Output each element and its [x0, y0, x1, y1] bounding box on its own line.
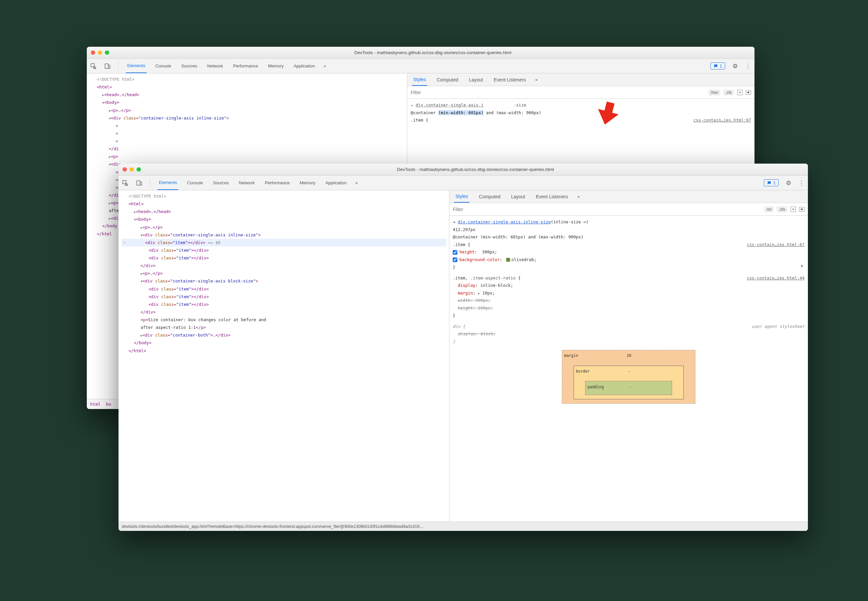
- head-tag[interactable]: <head>: [104, 92, 119, 97]
- subtab-event-listeners[interactable]: Event Listeners: [492, 73, 527, 86]
- rule-close: }: [453, 264, 455, 271]
- subtab-styles[interactable]: Styles: [454, 190, 469, 203]
- tab-elements[interactable]: Elements: [126, 59, 146, 73]
- tab-memory[interactable]: Memory: [298, 175, 317, 190]
- cls-button[interactable]: .cls: [723, 90, 734, 96]
- subtab-layout[interactable]: Layout: [510, 190, 527, 203]
- hov-button[interactable]: :hov: [708, 90, 720, 96]
- p-tag[interactable]: <p>: [143, 225, 150, 230]
- gear-icon[interactable]: ⚙: [786, 179, 791, 187]
- head-tag[interactable]: <head>: [136, 209, 151, 214]
- box-model[interactable]: margin10 border- padding-: [453, 345, 804, 404]
- add-prop-icon[interactable]: +: [799, 264, 804, 269]
- new-rule-icon[interactable]: +: [790, 207, 796, 212]
- issues-count: 1: [773, 180, 775, 185]
- body-tag[interactable]: <body>: [104, 100, 119, 105]
- container-query: @container (min-width: 601px) and (max-w…: [453, 233, 804, 241]
- prop-height-2[interactable]: height: 200px;: [453, 305, 804, 312]
- inspect-icon[interactable]: [90, 63, 97, 69]
- tab-application[interactable]: Application: [324, 175, 348, 190]
- revert-icon[interactable]: [799, 207, 804, 212]
- device-icon[interactable]: [104, 63, 111, 69]
- revert-icon[interactable]: [746, 90, 751, 95]
- kebab-icon[interactable]: ⋮: [799, 179, 804, 187]
- gear-icon[interactable]: ⚙: [732, 63, 738, 70]
- window-title: DevTools - mathiasbynens.github.io/css-d…: [147, 167, 804, 172]
- prop-height[interactable]: height: 300px;: [453, 249, 804, 256]
- titlebar[interactable]: DevTools - mathiasbynens.github.io/css-d…: [119, 163, 808, 175]
- body-tag[interactable]: <body>: [136, 217, 151, 222]
- subtab-styles[interactable]: Styles: [412, 73, 427, 86]
- tabs-overflow-icon[interactable]: »: [323, 63, 326, 69]
- subtabs-overflow-icon[interactable]: »: [577, 194, 580, 199]
- filter-input[interactable]: [453, 207, 760, 212]
- tab-application[interactable]: Application: [292, 59, 317, 73]
- prop-toggle[interactable]: [453, 258, 457, 262]
- traffic-lights: [91, 50, 109, 55]
- styles-subtabs: Styles Computed Layout Event Listeners »: [407, 73, 754, 86]
- inspect-icon[interactable]: [122, 180, 128, 186]
- color-swatch-icon[interactable]: [506, 258, 510, 262]
- hov-button[interactable]: :ov: [764, 206, 774, 212]
- source-link[interactable]: css-contain…ies.html:67: [747, 241, 804, 249]
- main-toolbar: Elements Console Sources Network Perform…: [87, 59, 754, 73]
- prop-display[interactable]: display: inline-block;: [453, 282, 804, 290]
- ua-prop-display: display: block;: [453, 330, 804, 338]
- separator: [118, 62, 119, 70]
- prop-width[interactable]: width: 200px;: [453, 297, 804, 305]
- subtab-event-listeners[interactable]: Event Listeners: [535, 190, 570, 203]
- source-link[interactable]: css-contain…ies.html:67: [693, 116, 751, 124]
- tab-console[interactable]: Console: [186, 175, 204, 190]
- styles-subtabs: Styles Computed Layout Event Listeners »: [449, 190, 808, 203]
- kebab-icon[interactable]: ⋮: [745, 63, 751, 70]
- device-icon[interactable]: [136, 180, 143, 186]
- svg-rect-0: [105, 64, 108, 68]
- doctype: <!DOCTYPE html>: [128, 194, 166, 199]
- rule-close: }: [453, 312, 804, 320]
- issues-badge[interactable]: 1: [710, 63, 725, 69]
- tab-sources[interactable]: Sources: [180, 59, 199, 73]
- subtab-computed[interactable]: Computed: [477, 190, 502, 203]
- prop-toggle[interactable]: [453, 250, 457, 255]
- tab-memory[interactable]: Memory: [267, 59, 285, 73]
- minimize-icon[interactable]: [98, 50, 102, 55]
- subtabs-overflow-icon[interactable]: »: [535, 77, 538, 82]
- maximize-icon[interactable]: [105, 50, 109, 55]
- breadcrumb-html[interactable]: html: [90, 402, 101, 407]
- styles-filterbar: :hov .cls +: [407, 86, 754, 99]
- cls-button[interactable]: .cls: [777, 206, 787, 212]
- subtab-computed[interactable]: Computed: [436, 73, 460, 86]
- titlebar[interactable]: DevTools - mathiasbynens.github.io/css-d…: [87, 47, 754, 59]
- selector-item: .item {: [411, 116, 428, 124]
- html-tag[interactable]: <html>: [128, 201, 143, 206]
- maximize-icon[interactable]: [137, 167, 141, 172]
- dom-tree[interactable]: <!DOCTYPE html> <html> ▶<head>…</head> ▼…: [119, 190, 449, 522]
- html-tag[interactable]: <html>: [97, 84, 112, 90]
- issues-badge[interactable]: 1: [764, 179, 778, 186]
- tab-sources[interactable]: Sources: [212, 175, 230, 190]
- subtab-layout[interactable]: Layout: [468, 73, 484, 86]
- source-link[interactable]: css-contain…ies.html:44: [747, 275, 804, 282]
- selected-node[interactable]: ⋯<div class="item"></div> == $0: [122, 239, 446, 246]
- selector-chain[interactable]: → div.container-single-axis.inline-size(…: [453, 218, 804, 226]
- styles-rules[interactable]: → div.container-single-axis.inline-size(…: [449, 216, 808, 522]
- tab-network[interactable]: Network: [206, 59, 225, 73]
- tab-network[interactable]: Network: [238, 175, 256, 190]
- minimize-icon[interactable]: [129, 167, 134, 172]
- tab-console[interactable]: Console: [154, 59, 173, 73]
- prop-margin[interactable]: margin: ▶ 10px;: [453, 290, 804, 297]
- traffic-lights: [123, 167, 141, 172]
- new-rule-icon[interactable]: +: [737, 90, 743, 95]
- close-icon[interactable]: [91, 50, 95, 55]
- tab-performance[interactable]: Performance: [232, 59, 259, 73]
- tabs-overflow-icon[interactable]: »: [355, 180, 358, 185]
- status-url: devtools://devtools/bundled/devtools_app…: [122, 524, 424, 529]
- ua-close: }: [453, 338, 804, 346]
- breadcrumb-body[interactable]: bo: [106, 402, 111, 407]
- tab-elements[interactable]: Elements: [158, 175, 178, 190]
- p-tag[interactable]: <p>: [111, 108, 119, 113]
- filter-input[interactable]: [411, 90, 705, 95]
- close-icon[interactable]: [123, 167, 127, 172]
- tab-performance[interactable]: Performance: [263, 175, 291, 190]
- prop-background-color[interactable]: background-color: olivedrab;: [453, 256, 804, 264]
